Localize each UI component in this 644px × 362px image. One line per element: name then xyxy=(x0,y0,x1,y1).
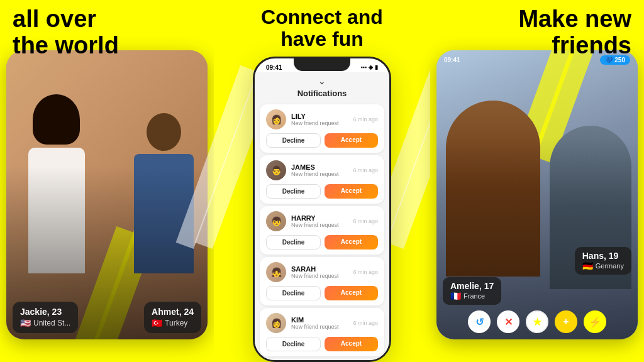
notif-header-harry: 👦 HARRY New friend request 6 min ago xyxy=(266,211,378,231)
ahmet-name: Ahmet, 24 xyxy=(152,307,194,317)
ahmet-flag: 🇹🇷 xyxy=(152,318,162,328)
add-button[interactable]: + xyxy=(555,310,577,333)
left-profile-cards: Jackie, 23 🇺🇸 United St... Ahmet, 24 🇹🇷 … xyxy=(13,302,201,333)
ahmet-country: Turkey xyxy=(165,319,187,327)
notif-info-james: JAMES New friend request xyxy=(291,163,348,177)
left-card-ahmet: Ahmet, 24 🇹🇷 Turkey xyxy=(144,302,201,333)
right-card-amelie: Amelie, 17 🇫🇷 France xyxy=(443,277,501,305)
decline-button-sarah[interactable]: Decline xyxy=(266,286,321,300)
left-phone-screenshot: Jackie, 23 🇺🇸 United St... Ahmet, 24 🇹🇷 … xyxy=(6,50,208,339)
right-headline: Make new friends xyxy=(518,6,631,59)
notif-time-kim: 6 min ago xyxy=(353,320,378,326)
status-icons: ▪▪▪ ◈ ▮ xyxy=(360,64,378,70)
hans-country: Germany xyxy=(596,262,624,270)
hans-location: 🇩🇪 Germany xyxy=(582,261,624,271)
notif-avatar-harry: 👦 xyxy=(266,211,286,231)
status-time: 09:41 xyxy=(266,64,282,71)
notif-item-kim: 👩 KIM New friend request 6 min ago Decli… xyxy=(260,308,384,356)
right-headline-line2: friends xyxy=(552,32,631,58)
close-button[interactable]: ✕ xyxy=(497,310,519,333)
decline-button-james[interactable]: Decline xyxy=(266,184,321,199)
notif-time-sarah: 6 min ago xyxy=(353,269,378,275)
decline-button-lily[interactable]: Decline xyxy=(266,133,321,148)
notif-name-sarah: SARAH xyxy=(291,265,348,273)
right-profile-cards: Hans, 19 🇩🇪 Germany Amelie, 17 🇫🇷 France xyxy=(443,247,631,305)
amelie-location: 🇫🇷 France xyxy=(450,291,494,301)
star-button[interactable]: ★ xyxy=(526,310,548,333)
accept-button-james[interactable]: Accept xyxy=(325,184,378,199)
notif-header-james: 👨 JAMES New friend request 6 min ago xyxy=(266,160,378,180)
notif-time-harry: 6 min ago xyxy=(353,218,378,224)
center-headline-line1: Connect and xyxy=(261,6,383,28)
notif-info-kim: KIM New friend request xyxy=(291,316,348,330)
phone-notifications-screen[interactable]: ⌄ Notifications 👩 LILY New friend reques… xyxy=(255,72,389,360)
notif-header-sarah: 👧 SARAH New friend request 6 min ago xyxy=(266,262,378,282)
hans-name: Hans, 19 xyxy=(582,251,624,261)
notif-avatar-lily: 👩 xyxy=(266,109,286,129)
notif-text-harry: New friend request xyxy=(291,222,348,228)
left-headline-line2: the world xyxy=(13,32,119,58)
ahmet-location: 🇹🇷 Turkey xyxy=(152,318,194,328)
refresh-button[interactable]: ↺ xyxy=(468,310,491,333)
center-headline-line2: have fun xyxy=(280,28,364,50)
jackie-flag: 🇺🇸 xyxy=(20,318,31,328)
notif-text-lily: New friend request xyxy=(291,120,348,126)
left-panel: all over the world xyxy=(0,0,214,362)
amelie-country: France xyxy=(464,292,485,300)
coins-value: 250 xyxy=(614,57,625,63)
left-phone-container: Jackie, 23 🇺🇸 United St... Ahmet, 24 🇹🇷 … xyxy=(6,50,208,339)
notif-name-kim: KIM xyxy=(291,316,348,324)
decline-button-harry[interactable]: Decline xyxy=(266,235,321,250)
accept-button-lily[interactable]: Accept xyxy=(325,133,378,148)
right-status-bar: 09:41 💙 250 xyxy=(444,55,630,65)
photo-overlay xyxy=(6,50,208,339)
notif-header-kim: 👩 KIM New friend request 6 min ago xyxy=(266,313,378,333)
lightning-button[interactable]: ⚡ xyxy=(584,310,606,333)
notif-name-harry: HARRY xyxy=(291,214,348,222)
notif-info-lily: LILY New friend request xyxy=(291,112,348,126)
notif-text-sarah: New friend request xyxy=(291,273,348,279)
phone-chevron: ⌄ xyxy=(255,72,389,87)
notif-avatar-kim: 👩 xyxy=(266,313,286,333)
decline-button-kim[interactable]: Decline xyxy=(266,337,321,351)
left-card-jackie: Jackie, 23 🇺🇸 United St... xyxy=(13,302,78,333)
hans-flag: 🇩🇪 xyxy=(582,261,593,271)
notif-info-sarah: SARAH New friend request xyxy=(291,265,348,279)
notif-item-lily: 👩 LILY New friend request 6 min ago Decl… xyxy=(260,104,384,153)
notif-time-james: 6 min ago xyxy=(353,167,378,173)
notif-header-lily: 👩 LILY New friend request 6 min ago xyxy=(266,109,378,129)
battery-icon: ▮ xyxy=(375,64,378,70)
notif-item-sarah: 👧 SARAH New friend request 6 min ago Dec… xyxy=(260,257,384,305)
right-phone-container: 09:41 💙 250 Hans, 19 🇩🇪 Germany xyxy=(436,50,638,339)
notif-item-harry: 👦 HARRY New friend request 6 min ago Dec… xyxy=(260,206,384,255)
right-phone-screenshot: 09:41 💙 250 Hans, 19 🇩🇪 Germany xyxy=(436,50,638,339)
accept-button-sarah[interactable]: Accept xyxy=(325,286,378,300)
center-panel: Connect and have fun 09:41 ▪▪▪ ◈ ▮ ⌄ Not… xyxy=(214,0,430,362)
notif-actions-kim: Decline Accept xyxy=(266,337,378,351)
amelie-flag: 🇫🇷 xyxy=(450,291,461,301)
jackie-country: United St... xyxy=(33,319,70,327)
jackie-location: 🇺🇸 United St... xyxy=(20,318,70,328)
center-headline: Connect and have fun xyxy=(261,0,383,55)
accept-button-harry[interactable]: Accept xyxy=(325,235,378,250)
right-headline-line1: Make new xyxy=(518,6,631,32)
left-headline: all over the world xyxy=(13,6,119,59)
wifi-icon: ◈ xyxy=(369,64,373,70)
phone-notch xyxy=(294,58,350,71)
right-action-bar: ↺ ✕ ★ + ⚡ xyxy=(436,310,638,333)
notif-info-harry: HARRY New friend request xyxy=(291,214,348,228)
amelie-name: Amelie, 17 xyxy=(450,281,494,291)
notif-text-kim: New friend request xyxy=(291,324,348,330)
notif-name-james: JAMES xyxy=(291,163,348,171)
notif-text-james: New friend request xyxy=(291,171,348,177)
notif-actions-lily: Decline Accept xyxy=(266,133,378,148)
notif-actions-james: Decline Accept xyxy=(266,184,378,199)
notif-avatar-sarah: 👧 xyxy=(266,262,286,282)
right-status-time: 09:41 xyxy=(444,57,460,63)
coins-icon: 💙 xyxy=(605,57,613,63)
notifications-title: Notifications xyxy=(255,87,389,102)
signal-icon: ▪▪▪ xyxy=(360,64,367,70)
notif-item-james: 👨 JAMES New friend request 6 min ago Dec… xyxy=(260,155,384,204)
coins-badge: 💙 250 xyxy=(600,55,630,65)
accept-button-kim[interactable]: Accept xyxy=(325,337,378,351)
